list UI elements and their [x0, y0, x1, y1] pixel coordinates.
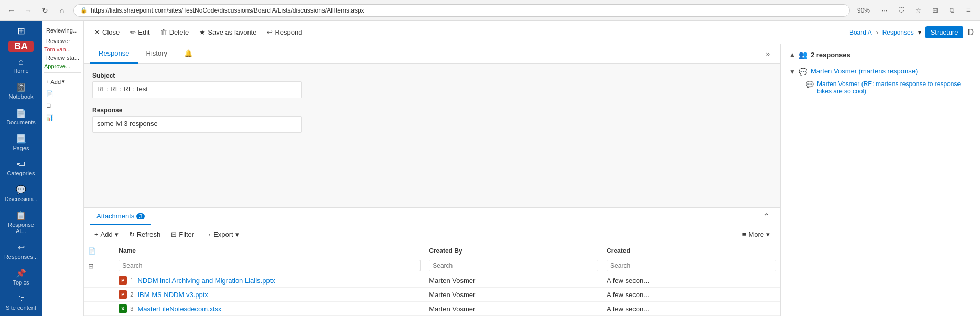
save-favorite-button[interactable]: ★ Save as favorite [195, 26, 261, 38]
row-file-type-icon [84, 302, 114, 316]
sidebar-label-topics: Topics [13, 279, 29, 286]
search-row: ⊟ [84, 258, 780, 273]
name-search-input[interactable] [119, 260, 421, 271]
file-link[interactable]: NDDM incl Archiving and Migration Lialis… [137, 277, 275, 285]
col-name-header[interactable]: Name [114, 244, 425, 258]
notebook-icon: 📓 [16, 82, 26, 92]
refresh-button[interactable]: ↻ [38, 3, 52, 18]
created-search-input[interactable] [607, 260, 776, 271]
tab-attachments[interactable]: Attachments 3 [90, 208, 151, 225]
home-icon: ⌂ [18, 57, 24, 67]
collapse-attachments-button[interactable]: ⌃ [759, 209, 774, 224]
filter-icon: ⊟ [171, 230, 177, 238]
more-button[interactable]: ··· [877, 3, 892, 18]
star-icon[interactable]: ☆ [911, 3, 925, 18]
sidebar-item-documents[interactable]: 📄 Documents [3, 105, 39, 129]
form-content: Subject RE: RE: RE: test Response some l… [84, 64, 780, 207]
responses-header: ▲ 👥 2 responses [789, 50, 972, 59]
add-button-secondary[interactable]: + Add ▾ [44, 76, 81, 87]
tab-response[interactable]: Response [90, 44, 138, 64]
sidebar-item-notebook[interactable]: 📓 Notebook [3, 79, 39, 103]
child-response-item[interactable]: 💬 Marten Vosmer (RE: martens response to… [806, 78, 972, 97]
shield-icon[interactable]: 🛡 [894, 3, 909, 18]
app-container: ⊞ BA ⌂ Home 📓 Notebook 📄 Documents 📃 Pag… [0, 21, 980, 316]
response-label: Response [92, 107, 772, 114]
row-created-by-cell: Marten Vosmer [425, 302, 602, 316]
name-search-cell[interactable] [114, 258, 425, 273]
tab-icon[interactable]: 🔔 [176, 44, 201, 64]
ppt-icon: P [119, 290, 127, 299]
parent-response-item[interactable]: ▼ 💬 Marten Vosmer (martens response) [789, 65, 972, 78]
sidebar-item-response-at[interactable]: 📋 Response At... [3, 207, 39, 237]
row-name-cell[interactable]: X 3 MasterFileNotesdecom.xlsx [114, 302, 425, 316]
browser-action-buttons: ··· 🛡 ☆ ⊞ ⧉ ≡ [877, 3, 976, 18]
tab-history[interactable]: History [138, 44, 176, 64]
review-status-value: Approve... [44, 63, 81, 69]
dropdown-arrow-icon[interactable]: ▾ [918, 29, 921, 36]
file-link[interactable]: MasterFileNotesdecom.xlsx [137, 305, 221, 313]
sidebar-label-response-at: Response At... [5, 222, 37, 234]
edit-button[interactable]: ✏ Edit [126, 26, 154, 38]
att-add-button[interactable]: + Add ▾ [90, 228, 123, 240]
sidebar-item-discussions[interactable]: 💬 Discussion... [3, 182, 39, 205]
home-button[interactable]: ⌂ [55, 3, 69, 18]
col-created-by-header[interactable]: Created By [425, 244, 602, 258]
tabs-icon[interactable]: ⊞ [928, 3, 942, 18]
sidebar-item-home[interactable]: ⌂ Home [3, 54, 39, 77]
site-logo[interactable]: BA [8, 41, 34, 52]
table-row[interactable]: P 2 IBM MS NDDM v3.pptx Marten Vosmer A … [84, 288, 780, 302]
collapse-responses-icon[interactable]: ▲ [789, 51, 795, 58]
tree-collapse-icon[interactable]: ▼ [789, 68, 795, 76]
forward-button[interactable]: → [21, 3, 36, 18]
zoom-level: 90% [854, 6, 873, 15]
created-by-search-cell[interactable] [425, 258, 602, 273]
sidebar-item-responses[interactable]: ↩ Responses... [3, 239, 39, 263]
att-filter-button[interactable]: ⊟ Filter [167, 228, 198, 240]
structure-button[interactable]: Structure [925, 26, 964, 38]
delete-label: Delete [169, 28, 189, 36]
address-bar[interactable]: 🔒 https://lialis.sharepoint.com/sites/Te… [73, 4, 850, 17]
sidebar-item-categories[interactable]: 🏷 Categories [3, 156, 39, 180]
row-created-by-cell: Marten Vosmer [425, 288, 602, 302]
people-icon: 👥 [799, 50, 807, 59]
att-refresh-button[interactable]: ↻ Refresh [125, 228, 165, 240]
settings-icon[interactable]: ≡ [961, 3, 976, 18]
child-response-label: Marten Vosmer (RE: martens response to r… [817, 80, 972, 95]
respond-label: Respond [275, 28, 302, 36]
sec-sidebar-file-icon[interactable]: 📄 [44, 88, 81, 99]
sidebar-item-site-content[interactable]: 🗂 Site content [3, 291, 39, 314]
responses-link[interactable]: Responses [882, 29, 914, 36]
sidebar-label-pages: Pages [13, 145, 29, 151]
lock-icon: 🔒 [80, 7, 88, 14]
back-button[interactable]: ← [4, 3, 19, 18]
att-more-button[interactable]: ≡ More ▾ [738, 228, 774, 240]
created-by-search-input[interactable] [429, 260, 598, 271]
toolbar: ✕ Close ✏ Edit 🗑 Delete ★ Save as favori… [84, 21, 980, 44]
board-a-link[interactable]: Board A [849, 29, 872, 36]
close-button[interactable]: ✕ Close [90, 26, 124, 38]
table-row[interactable]: P 1 NDDM incl Archiving and Migration Li… [84, 273, 780, 288]
att-export-button[interactable]: → Export ▾ [200, 228, 243, 240]
created-search-cell[interactable] [602, 258, 780, 273]
split-view-icon[interactable]: ⧉ [944, 3, 959, 18]
sidebar-item-topics[interactable]: 📌 Topics [3, 265, 39, 289]
delete-button[interactable]: 🗑 Delete [156, 26, 193, 38]
att-refresh-label: Refresh [137, 230, 161, 238]
row-created-cell: A few secon... [602, 273, 780, 288]
row-name-cell[interactable]: P 1 NDDM incl Archiving and Migration Li… [114, 273, 425, 288]
d-button[interactable]: D [967, 28, 974, 37]
sidebar-separator [44, 72, 81, 73]
file-name-with-icon: P 1 NDDM incl Archiving and Migration Li… [119, 276, 421, 285]
left-panel: Response History 🔔 » Subject RE: RE: RE:… [84, 44, 781, 316]
sidebar-item-pages[interactable]: 📃 Pages [3, 131, 39, 154]
expand-icon[interactable]: » [762, 46, 774, 62]
file-link[interactable]: IBM MS NDDM v3.pptx [137, 291, 208, 299]
waffle-icon[interactable]: ⊞ [12, 25, 30, 37]
table-row[interactable]: X 3 MasterFileNotesdecom.xlsx Marten Vos… [84, 302, 780, 316]
response-children: 💬 Marten Vosmer (RE: martens response to… [789, 78, 972, 97]
sec-sidebar-filter-icon[interactable]: ⊟ [44, 100, 81, 111]
col-created-header[interactable]: Created [602, 244, 780, 258]
row-name-cell[interactable]: P 2 IBM MS NDDM v3.pptx [114, 288, 425, 302]
respond-button[interactable]: ↩ Respond [263, 26, 306, 38]
sec-sidebar-excel-icon[interactable]: 📊 [44, 112, 81, 123]
